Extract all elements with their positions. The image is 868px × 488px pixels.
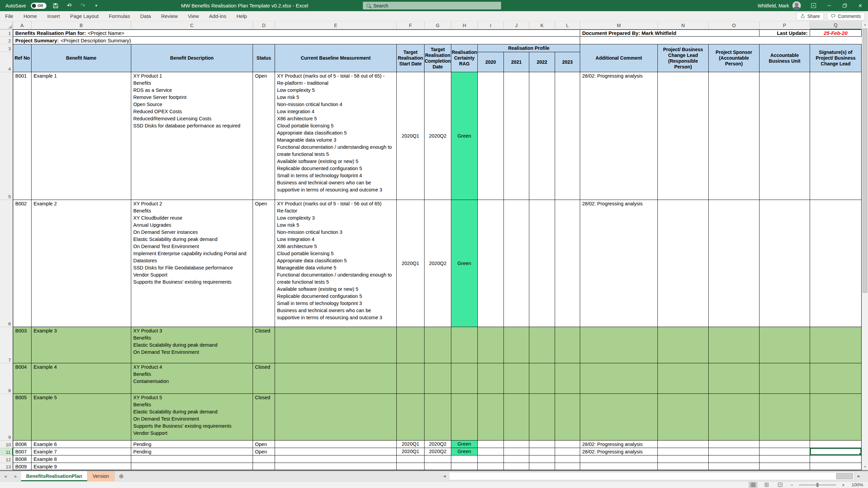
cell-M9[interactable] <box>580 394 658 441</box>
cell-P5[interactable] <box>760 72 810 200</box>
zoom-level[interactable]: 100% <box>850 482 863 487</box>
cell-P13[interactable] <box>760 463 810 470</box>
minimize-button[interactable] <box>821 0 837 11</box>
customize-qat-icon[interactable]: ▾ <box>92 2 101 10</box>
tab-data[interactable]: Data <box>135 11 156 21</box>
tab-insert[interactable]: Insert <box>42 11 65 21</box>
cell-K10[interactable] <box>529 441 555 448</box>
cell-Q6[interactable] <box>810 200 862 327</box>
cell-prepared-by[interactable]: Document Prepared By: Mark Whitfield <box>580 29 760 37</box>
cell-Q8[interactable] <box>810 363 862 394</box>
cell-M11[interactable]: 28/02: Progressing analysis <box>580 448 658 455</box>
cell-B5[interactable]: Example 1 <box>32 72 131 200</box>
header-baseline[interactable]: Current Baseline Measurement <box>275 44 397 72</box>
header-rag[interactable]: Realisation Certainty RAG <box>451 44 478 72</box>
column-header-J[interactable]: J <box>504 21 529 29</box>
cell-O5[interactable] <box>709 72 760 200</box>
cell-K9[interactable] <box>529 394 555 441</box>
cell-I6[interactable] <box>478 200 504 327</box>
cell-C13[interactable] <box>131 463 253 470</box>
normal-view-icon[interactable] <box>749 482 757 488</box>
cell-F5[interactable]: 2020Q1 <box>397 72 425 200</box>
column-header-Q[interactable]: Q <box>810 21 862 29</box>
cell-H6[interactable]: Green <box>451 200 478 327</box>
cell-D10[interactable]: Open <box>253 441 275 448</box>
save-icon[interactable] <box>51 2 60 10</box>
cell-O11[interactable] <box>709 448 760 455</box>
cell-O9[interactable] <box>709 394 760 441</box>
column-header-L[interactable]: L <box>555 21 580 29</box>
horizontal-scrollbar[interactable] <box>449 472 854 480</box>
select-all-corner[interactable] <box>0 21 13 29</box>
new-sheet-icon[interactable]: ⊕ <box>115 471 128 481</box>
cell-F13[interactable] <box>397 463 425 470</box>
cell-J9[interactable] <box>504 394 529 441</box>
cell-D6[interactable]: Open <box>253 200 275 327</box>
row-header-2[interactable]: 2 <box>0 37 13 44</box>
horizontal-scroll-thumb[interactable] <box>836 473 853 479</box>
cell-A12[interactable]: B008 <box>13 455 32 463</box>
cell-G6[interactable]: 2020Q2 <box>425 200 451 327</box>
zoom-slider[interactable] <box>799 485 836 485</box>
cell-J6[interactable] <box>504 200 529 327</box>
cell-Q11[interactable] <box>810 448 862 455</box>
cell-D11[interactable]: Open <box>253 448 275 455</box>
cell-O7[interactable] <box>709 327 760 363</box>
cell-I10[interactable] <box>478 441 504 448</box>
cell-C6[interactable]: XY Product 2 Benefits XY Cloudbuilder re… <box>131 200 253 327</box>
cell-J8[interactable] <box>504 363 529 394</box>
hscroll-right-icon[interactable]: ▶ <box>855 472 863 481</box>
row-header-7[interactable]: 7 <box>0 327 13 363</box>
cell-B8[interactable]: Example 4 <box>32 363 131 394</box>
header-year-2020[interactable]: 2020 <box>478 52 504 72</box>
cell-A8[interactable]: B004 <box>13 363 32 394</box>
page-layout-view-icon[interactable] <box>762 482 771 488</box>
row-header-13[interactable]: 13 <box>0 463 13 470</box>
tab-view[interactable]: View <box>183 11 204 21</box>
cell-N5[interactable] <box>658 72 709 200</box>
cell-L5[interactable] <box>555 72 580 200</box>
header-business-unit[interactable]: Accountable Business Unit <box>760 44 810 72</box>
cell-D9[interactable]: Closed <box>253 394 275 441</box>
column-header-M[interactable]: M <box>580 21 658 29</box>
cell-H11[interactable]: Green <box>451 448 478 455</box>
cell-A7[interactable]: B003 <box>13 327 32 363</box>
tab-file[interactable]: File <box>0 11 18 21</box>
header-realisation-profile[interactable]: Realisation Profile <box>478 44 580 52</box>
cell-C10[interactable]: Pending <box>131 441 253 448</box>
cell-C12[interactable] <box>131 455 253 463</box>
cell-project-summary[interactable]: Project Summary: <Project Description Su… <box>13 37 580 44</box>
header-status[interactable]: Status <box>253 44 275 72</box>
cell-P8[interactable] <box>760 363 810 394</box>
row-header-3[interactable]: 3 <box>0 44 13 52</box>
cell-E6[interactable]: XY Product (marks out of 5 - total - 56 … <box>275 200 397 327</box>
sheet-tab-benefitsrealisationplan[interactable]: BenefitsRealisationPlan <box>21 471 87 481</box>
cell-L7[interactable] <box>555 327 580 363</box>
header-additional-comment[interactable]: Additional Comment <box>580 44 658 72</box>
tab-page-layout[interactable]: Page Layout <box>65 11 104 21</box>
cell-B10[interactable]: Example 6 <box>32 441 131 448</box>
header-benefit-description[interactable]: Benefit Description <box>131 44 253 72</box>
sheet-tab-version[interactable]: Version <box>87 471 114 481</box>
cell-G11[interactable]: 2020Q2 <box>425 448 451 455</box>
cell-N7[interactable] <box>658 327 709 363</box>
cell-C9[interactable]: XY Product 5 Benefits Elastic Scalabilit… <box>131 394 253 441</box>
cell-G8[interactable] <box>425 363 451 394</box>
cell-plan-for[interactable]: Benefits Realisation Plan for: <Project … <box>13 29 580 37</box>
cell-O12[interactable] <box>709 455 760 463</box>
cell-J5[interactable] <box>504 72 529 200</box>
header-year-2022[interactable]: 2022 <box>529 52 555 72</box>
cell-D12[interactable] <box>253 455 275 463</box>
zoom-in-icon[interactable]: + <box>841 482 846 488</box>
row-header-8[interactable]: 8 <box>0 363 13 394</box>
column-header-B[interactable]: B <box>32 21 131 29</box>
cell-Q5[interactable] <box>810 72 862 200</box>
cell-N12[interactable] <box>658 455 709 463</box>
tab-add-ins[interactable]: Add-ins <box>204 11 232 21</box>
cell-M5[interactable]: 28/02: Progressing analysis <box>580 72 658 200</box>
undo-icon[interactable]: ↶▾ <box>65 2 74 10</box>
cell-E8[interactable] <box>275 363 397 394</box>
cell-C11[interactable]: Pending <box>131 448 253 455</box>
cell-D5[interactable]: Open <box>253 72 275 200</box>
header-completion-date[interactable]: Target Realisation Completion Date <box>425 44 451 72</box>
